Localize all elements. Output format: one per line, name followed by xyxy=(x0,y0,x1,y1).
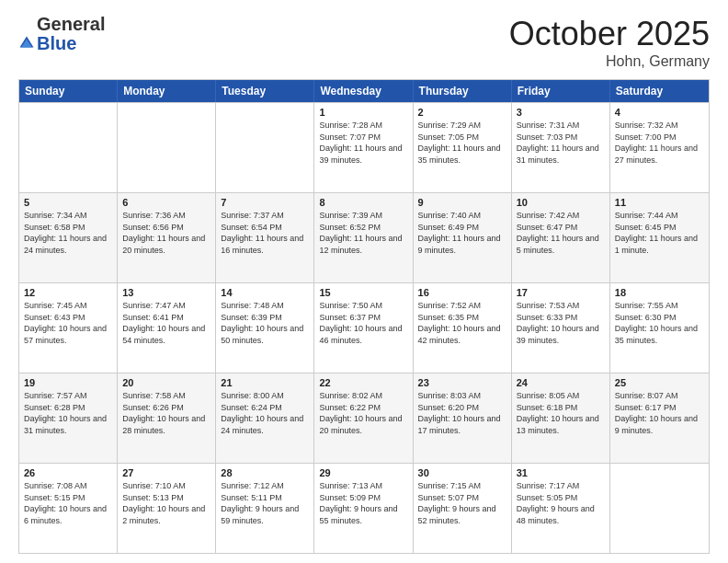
cell-info-text: Sunrise: 7:28 AM Sunset: 7:07 PM Dayligh… xyxy=(319,120,407,166)
cell-info-text: Sunrise: 7:29 AM Sunset: 7:05 PM Dayligh… xyxy=(418,120,506,166)
cell-info-text: Sunrise: 7:47 AM Sunset: 6:41 PM Dayligh… xyxy=(122,300,210,346)
title-block: October 2025 Hohn, Germany xyxy=(509,15,710,70)
cell-info-text: Sunrise: 7:42 AM Sunset: 6:47 PM Dayligh… xyxy=(517,210,605,256)
cell-info-text: Sunrise: 7:48 AM Sunset: 6:39 PM Dayligh… xyxy=(221,300,309,346)
calendar-cell: 13Sunrise: 7:47 AM Sunset: 6:41 PM Dayli… xyxy=(118,283,216,373)
day-number: 5 xyxy=(24,197,112,208)
page: General Blue October 2025 Hohn, Germany … xyxy=(0,0,728,563)
day-number: 25 xyxy=(615,377,704,388)
logo-icon xyxy=(18,35,35,52)
cell-info-text: Sunrise: 7:31 AM Sunset: 7:03 PM Dayligh… xyxy=(517,120,605,166)
cell-info-text: Sunrise: 7:13 AM Sunset: 5:09 PM Dayligh… xyxy=(319,480,407,526)
day-header-wednesday: Wednesday xyxy=(314,80,413,102)
cell-info-text: Sunrise: 7:52 AM Sunset: 6:35 PM Dayligh… xyxy=(418,300,506,346)
cell-info-text: Sunrise: 8:00 AM Sunset: 6:24 PM Dayligh… xyxy=(221,390,309,436)
day-number: 1 xyxy=(319,107,407,118)
day-number: 14 xyxy=(221,287,309,298)
month-title: October 2025 xyxy=(509,15,710,53)
calendar-cell xyxy=(19,103,118,192)
calendar-cell: 23Sunrise: 8:03 AM Sunset: 6:20 PM Dayli… xyxy=(414,373,512,463)
cell-info-text: Sunrise: 7:50 AM Sunset: 6:37 PM Dayligh… xyxy=(319,300,407,346)
cell-info-text: Sunrise: 7:53 AM Sunset: 6:33 PM Dayligh… xyxy=(517,300,605,346)
calendar-cell: 10Sunrise: 7:42 AM Sunset: 6:47 PM Dayli… xyxy=(512,193,610,282)
calendar-row-1: 5Sunrise: 7:34 AM Sunset: 6:58 PM Daylig… xyxy=(19,192,709,282)
cell-info-text: Sunrise: 8:02 AM Sunset: 6:22 PM Dayligh… xyxy=(319,390,407,436)
day-number: 18 xyxy=(615,287,704,298)
day-number: 13 xyxy=(122,287,210,298)
day-number: 27 xyxy=(122,467,210,478)
calendar-cell: 28Sunrise: 7:12 AM Sunset: 5:11 PM Dayli… xyxy=(216,464,314,553)
calendar-cell xyxy=(216,103,314,192)
day-number: 22 xyxy=(319,377,407,388)
calendar-cell: 16Sunrise: 7:52 AM Sunset: 6:35 PM Dayli… xyxy=(414,283,512,373)
cell-info-text: Sunrise: 7:39 AM Sunset: 6:52 PM Dayligh… xyxy=(319,210,407,256)
calendar-cell: 30Sunrise: 7:15 AM Sunset: 5:07 PM Dayli… xyxy=(414,464,512,553)
calendar-cell: 3Sunrise: 7:31 AM Sunset: 7:03 PM Daylig… xyxy=(512,103,610,192)
cell-info-text: Sunrise: 7:40 AM Sunset: 6:49 PM Dayligh… xyxy=(418,210,506,256)
day-number: 29 xyxy=(319,467,407,478)
day-number: 17 xyxy=(517,287,605,298)
calendar: SundayMondayTuesdayWednesdayThursdayFrid… xyxy=(18,79,710,554)
day-header-thursday: Thursday xyxy=(414,80,512,102)
cell-info-text: Sunrise: 7:44 AM Sunset: 6:45 PM Dayligh… xyxy=(615,210,704,256)
calendar-cell: 17Sunrise: 7:53 AM Sunset: 6:33 PM Dayli… xyxy=(512,283,610,373)
calendar-cell: 27Sunrise: 7:10 AM Sunset: 5:13 PM Dayli… xyxy=(118,464,216,553)
logo-general-text: General xyxy=(37,14,105,34)
calendar-cell: 4Sunrise: 7:32 AM Sunset: 7:00 PM Daylig… xyxy=(610,103,709,192)
day-number: 11 xyxy=(615,197,704,208)
calendar-cell: 1Sunrise: 7:28 AM Sunset: 7:07 PM Daylig… xyxy=(314,103,413,192)
day-number: 16 xyxy=(418,287,506,298)
calendar-cell: 2Sunrise: 7:29 AM Sunset: 7:05 PM Daylig… xyxy=(414,103,512,192)
day-number: 31 xyxy=(517,467,605,478)
day-number: 15 xyxy=(319,287,407,298)
calendar-cell: 24Sunrise: 8:05 AM Sunset: 6:18 PM Dayli… xyxy=(512,373,610,463)
calendar-cell: 12Sunrise: 7:45 AM Sunset: 6:43 PM Dayli… xyxy=(19,283,118,373)
calendar-cell: 26Sunrise: 7:08 AM Sunset: 5:15 PM Dayli… xyxy=(19,464,118,553)
cell-info-text: Sunrise: 7:12 AM Sunset: 5:11 PM Dayligh… xyxy=(221,480,309,526)
day-number: 30 xyxy=(418,467,506,478)
calendar-cell: 9Sunrise: 7:40 AM Sunset: 6:49 PM Daylig… xyxy=(414,193,512,282)
calendar-cell: 7Sunrise: 7:37 AM Sunset: 6:54 PM Daylig… xyxy=(216,193,314,282)
day-number: 3 xyxy=(517,107,605,118)
cell-info-text: Sunrise: 7:37 AM Sunset: 6:54 PM Dayligh… xyxy=(221,210,309,256)
day-header-tuesday: Tuesday xyxy=(216,80,314,102)
day-number: 10 xyxy=(517,197,605,208)
calendar-cell xyxy=(610,464,709,553)
calendar-cell: 18Sunrise: 7:55 AM Sunset: 6:30 PM Dayli… xyxy=(610,283,709,373)
cell-info-text: Sunrise: 7:57 AM Sunset: 6:28 PM Dayligh… xyxy=(24,390,112,436)
calendar-cell: 29Sunrise: 7:13 AM Sunset: 5:09 PM Dayli… xyxy=(314,464,413,553)
day-number: 9 xyxy=(418,197,506,208)
calendar-row-2: 12Sunrise: 7:45 AM Sunset: 6:43 PM Dayli… xyxy=(19,282,709,373)
cell-info-text: Sunrise: 7:08 AM Sunset: 5:15 PM Dayligh… xyxy=(24,480,112,526)
day-number: 12 xyxy=(24,287,112,298)
calendar-cell: 19Sunrise: 7:57 AM Sunset: 6:28 PM Dayli… xyxy=(19,373,118,463)
day-number: 23 xyxy=(418,377,506,388)
cell-info-text: Sunrise: 7:17 AM Sunset: 5:05 PM Dayligh… xyxy=(517,480,605,526)
day-number: 24 xyxy=(517,377,605,388)
calendar-header-row: SundayMondayTuesdayWednesdayThursdayFrid… xyxy=(19,80,709,102)
header: General Blue October 2025 Hohn, Germany xyxy=(18,15,710,70)
calendar-cell: 8Sunrise: 7:39 AM Sunset: 6:52 PM Daylig… xyxy=(314,193,413,282)
cell-info-text: Sunrise: 8:05 AM Sunset: 6:18 PM Dayligh… xyxy=(517,390,605,436)
day-number: 21 xyxy=(221,377,309,388)
calendar-cell: 5Sunrise: 7:34 AM Sunset: 6:58 PM Daylig… xyxy=(19,193,118,282)
calendar-row-4: 26Sunrise: 7:08 AM Sunset: 5:15 PM Dayli… xyxy=(19,463,709,553)
calendar-cell: 14Sunrise: 7:48 AM Sunset: 6:39 PM Dayli… xyxy=(216,283,314,373)
logo-blue-text: Blue xyxy=(37,33,76,53)
calendar-cell: 25Sunrise: 8:07 AM Sunset: 6:17 PM Dayli… xyxy=(610,373,709,463)
day-number: 2 xyxy=(418,107,506,118)
calendar-cell: 6Sunrise: 7:36 AM Sunset: 6:56 PM Daylig… xyxy=(118,193,216,282)
day-number: 19 xyxy=(24,377,112,388)
calendar-cell: 22Sunrise: 8:02 AM Sunset: 6:22 PM Dayli… xyxy=(314,373,413,463)
day-number: 6 xyxy=(122,197,210,208)
cell-info-text: Sunrise: 7:36 AM Sunset: 6:56 PM Dayligh… xyxy=(122,210,210,256)
calendar-cell: 11Sunrise: 7:44 AM Sunset: 6:45 PM Dayli… xyxy=(610,193,709,282)
cell-info-text: Sunrise: 7:15 AM Sunset: 5:07 PM Dayligh… xyxy=(418,480,506,526)
calendar-row-3: 19Sunrise: 7:57 AM Sunset: 6:28 PM Dayli… xyxy=(19,373,709,463)
cell-info-text: Sunrise: 7:32 AM Sunset: 7:00 PM Dayligh… xyxy=(615,120,704,166)
location: Hohn, Germany xyxy=(509,53,710,70)
day-header-saturday: Saturday xyxy=(610,80,709,102)
cell-info-text: Sunrise: 8:07 AM Sunset: 6:17 PM Dayligh… xyxy=(615,390,704,436)
cell-info-text: Sunrise: 7:58 AM Sunset: 6:26 PM Dayligh… xyxy=(122,390,210,436)
calendar-cell: 31Sunrise: 7:17 AM Sunset: 5:05 PM Dayli… xyxy=(512,464,610,553)
